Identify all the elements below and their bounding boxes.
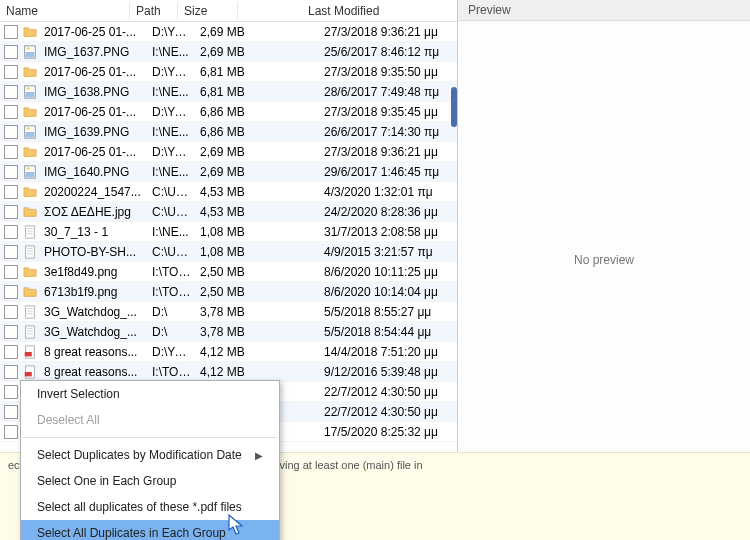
table-row[interactable]: 8 great reasons...D:\Yan...4,12 MB14/4/2… bbox=[0, 342, 457, 362]
cell-name: 8 great reasons... bbox=[40, 365, 148, 379]
cell-path: D:\Yan... bbox=[148, 145, 196, 159]
table-row[interactable]: 30_7_13 - 1I:\NE...1,08 MB31/7/2013 2:08… bbox=[0, 222, 457, 242]
row-checkbox[interactable] bbox=[4, 105, 18, 119]
col-spacer bbox=[238, 9, 302, 13]
row-checkbox[interactable] bbox=[4, 285, 18, 299]
cell-date: 8/6/2020 10:11:25 μμ bbox=[320, 265, 457, 279]
cell-date: 27/3/2018 9:36:21 μμ bbox=[320, 145, 457, 159]
cell-name: 6713b1f9.png bbox=[40, 285, 148, 299]
cell-size: 3,78 MB bbox=[196, 305, 256, 319]
row-checkbox[interactable] bbox=[4, 405, 18, 419]
cell-size: 6,86 MB bbox=[196, 125, 256, 139]
row-checkbox[interactable] bbox=[4, 205, 18, 219]
file-icon bbox=[22, 304, 38, 320]
row-checkbox[interactable] bbox=[4, 325, 18, 339]
cell-date: 14/4/2018 7:51:20 μμ bbox=[320, 345, 457, 359]
table-row[interactable]: IMG_1639.PNGI:\NE...6,86 MB26/6/2017 7:1… bbox=[0, 122, 457, 142]
cell-date: 27/3/2018 9:35:45 μμ bbox=[320, 105, 457, 119]
row-checkbox[interactable] bbox=[4, 345, 18, 359]
table-row[interactable]: 3G_Watchdog_...D:\3,78 MB5/5/2018 8:54:4… bbox=[0, 322, 457, 342]
table-row[interactable]: 3e1f8d49.pngI:\TOT...2,50 MB8/6/2020 10:… bbox=[0, 262, 457, 282]
col-last-modified[interactable]: Last Modified bbox=[302, 2, 457, 20]
cell-path: I:\NE... bbox=[148, 225, 196, 239]
table-row[interactable]: 2017-06-25 01-...D:\Yan...2,69 MB27/3/20… bbox=[0, 22, 457, 42]
table-row[interactable]: IMG_1638.PNGI:\NE...6,81 MB28/6/2017 7:4… bbox=[0, 82, 457, 102]
cell-date: 27/3/2018 9:35:50 μμ bbox=[320, 65, 457, 79]
cell-size: 4,53 MB bbox=[196, 185, 256, 199]
table-row[interactable]: 20200224_1547...C:\Use...4,53 MB4/3/2020… bbox=[0, 182, 457, 202]
row-checkbox[interactable] bbox=[4, 305, 18, 319]
cell-date: 5/5/2018 8:55:27 μμ bbox=[320, 305, 457, 319]
row-checkbox[interactable] bbox=[4, 425, 18, 439]
cell-name: 2017-06-25 01-... bbox=[40, 65, 148, 79]
row-checkbox[interactable] bbox=[4, 145, 18, 159]
png-icon bbox=[22, 124, 38, 140]
table-row[interactable]: 6713b1f9.pngI:\TOT...2,50 MB8/6/2020 10:… bbox=[0, 282, 457, 302]
table-row[interactable]: PHOTO-BY-SH...C:\Use...1,08 MB4/9/2015 3… bbox=[0, 242, 457, 262]
folder-icon bbox=[22, 144, 38, 160]
table-row[interactable]: IMG_1640.PNGI:\NE...2,69 MB29/6/2017 1:4… bbox=[0, 162, 457, 182]
row-checkbox[interactable] bbox=[4, 365, 18, 379]
cell-name: 2017-06-25 01-... bbox=[40, 25, 148, 39]
menu-select-by-date[interactable]: Select Duplicates by Modification Date ▶ bbox=[21, 442, 279, 468]
row-checkbox[interactable] bbox=[4, 185, 18, 199]
menu-separator bbox=[23, 437, 277, 438]
cell-size: 1,08 MB bbox=[196, 245, 256, 259]
row-checkbox[interactable] bbox=[4, 225, 18, 239]
cell-name: IMG_1637.PNG bbox=[40, 45, 148, 59]
menu-deselect-all: Deselect All bbox=[21, 407, 279, 433]
pdf-icon bbox=[22, 344, 38, 360]
file-icon bbox=[22, 244, 38, 260]
table-row[interactable]: 2017-06-25 01-...D:\Yan...2,69 MB27/3/20… bbox=[0, 142, 457, 162]
row-checkbox[interactable] bbox=[4, 265, 18, 279]
cell-size: 4,12 MB bbox=[196, 345, 256, 359]
svg-rect-31 bbox=[25, 372, 32, 376]
row-checkbox[interactable] bbox=[4, 385, 18, 399]
table-row[interactable]: IMG_1637.PNGI:\NE...2,69 MB25/6/2017 8:4… bbox=[0, 42, 457, 62]
row-checkbox[interactable] bbox=[4, 45, 18, 59]
cell-date: 27/3/2018 9:36:21 μμ bbox=[320, 25, 457, 39]
cell-size: 3,78 MB bbox=[196, 325, 256, 339]
cell-size: 6,81 MB bbox=[196, 65, 256, 79]
folder-icon bbox=[22, 264, 38, 280]
cell-name: IMG_1639.PNG bbox=[40, 125, 148, 139]
row-checkbox[interactable] bbox=[4, 165, 18, 179]
col-name[interactable]: Name bbox=[0, 2, 130, 20]
cell-path: I:\NE... bbox=[148, 125, 196, 139]
cell-path: C:\Use... bbox=[148, 245, 196, 259]
scrollbar-thumb[interactable] bbox=[451, 87, 457, 127]
table-row[interactable]: 8 great reasons...I:\TOT...4,12 MB9/12/2… bbox=[0, 362, 457, 382]
cell-date: 24/2/2020 8:28:36 μμ bbox=[320, 205, 457, 219]
cell-date: 22/7/2012 4:30:50 μμ bbox=[320, 405, 457, 419]
cell-date: 28/6/2017 7:49:48 πμ bbox=[320, 85, 457, 99]
cell-path: I:\NE... bbox=[148, 45, 196, 59]
menu-select-all-pdf[interactable]: Select all duplicates of these *.pdf fil… bbox=[21, 494, 279, 520]
svg-point-2 bbox=[27, 47, 30, 50]
row-checkbox[interactable] bbox=[4, 65, 18, 79]
cell-name: ΣΟΣ ΔΕΔΗΕ.jpg bbox=[40, 205, 148, 219]
cell-size: 2,50 MB bbox=[196, 285, 256, 299]
table-row[interactable]: 2017-06-25 01-...D:\Yan...6,86 MB27/3/20… bbox=[0, 102, 457, 122]
row-checkbox[interactable] bbox=[4, 85, 18, 99]
menu-select-one-each[interactable]: Select One in Each Group bbox=[21, 468, 279, 494]
table-row[interactable]: 2017-06-25 01-...D:\Yan...6,81 MB27/3/20… bbox=[0, 62, 457, 82]
row-checkbox[interactable] bbox=[4, 245, 18, 259]
cell-date: 31/7/2013 2:08:58 μμ bbox=[320, 225, 457, 239]
file-icon bbox=[22, 324, 38, 340]
col-size[interactable]: Size bbox=[178, 2, 238, 20]
svg-rect-7 bbox=[26, 132, 35, 137]
cell-date: 8/6/2020 10:14:04 μμ bbox=[320, 285, 457, 299]
table-row[interactable]: ΣΟΣ ΔΕΔΗΕ.jpgC:\Use...4,53 MB24/2/2020 8… bbox=[0, 202, 457, 222]
folder-icon bbox=[22, 184, 38, 200]
row-checkbox[interactable] bbox=[4, 25, 18, 39]
cell-size: 4,53 MB bbox=[196, 205, 256, 219]
menu-select-all-duplicates-each-group[interactable]: Select All Duplicates in Each Group bbox=[21, 520, 279, 540]
menu-invert-selection[interactable]: Invert Selection bbox=[21, 381, 279, 407]
submenu-arrow-icon: ▶ bbox=[255, 450, 263, 461]
table-row[interactable]: 3G_Watchdog_...D:\3,78 MB5/5/2018 8:55:2… bbox=[0, 302, 457, 322]
cell-path: D:\Yan... bbox=[148, 105, 196, 119]
col-path[interactable]: Path bbox=[130, 2, 178, 20]
svg-rect-16 bbox=[26, 245, 35, 257]
row-checkbox[interactable] bbox=[4, 125, 18, 139]
svg-point-5 bbox=[27, 87, 30, 90]
